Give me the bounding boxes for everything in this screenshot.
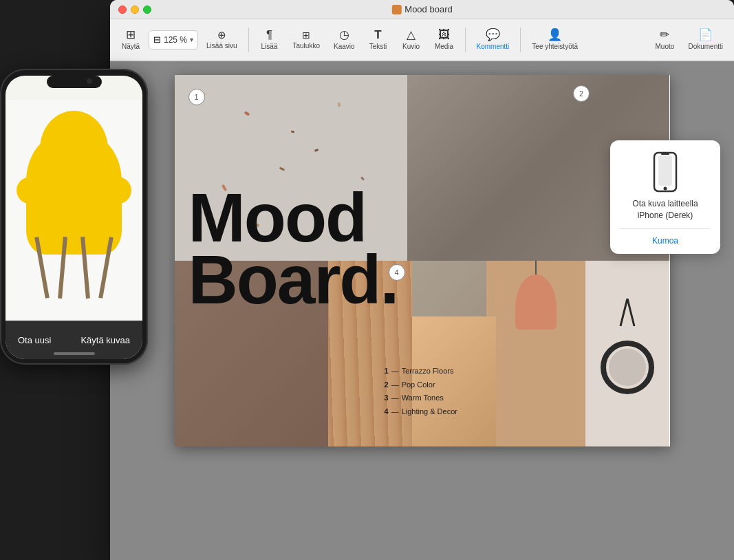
teksti-button[interactable]: T Teksti xyxy=(363,26,393,53)
legend-item-2: 2 — Pop Color xyxy=(385,378,457,392)
iphone-device: Ota uusi Käytä kuvaa xyxy=(0,69,158,543)
iphone-popup: Ota kuva laitteella iPhone (Derek) Kumoa xyxy=(610,140,720,254)
slide-canvas: Mood Board. xyxy=(175,75,670,446)
mood-board-text: Mood Board. xyxy=(175,186,497,310)
muoto-icon: ✏ xyxy=(660,29,669,41)
toolbar-divider-3 xyxy=(520,28,521,52)
iphone-home-indicator xyxy=(54,352,95,355)
traffic-lights xyxy=(118,6,151,14)
close-button[interactable] xyxy=(118,6,127,14)
minimize-button[interactable] xyxy=(131,6,139,14)
kuvio-icon: △ xyxy=(407,29,415,41)
legend-item-4: 4 — Lighting & Decor xyxy=(385,405,457,419)
kommentti-icon: 💬 xyxy=(486,29,500,41)
tee-yhteistyota-button[interactable]: 👤 Tee yhteistyötä xyxy=(526,26,583,53)
popup-message: Ota kuva laitteella iPhone (Derek) xyxy=(620,198,711,222)
svg-line-1 xyxy=(627,299,634,326)
kuvio-button[interactable]: △ Kuvio xyxy=(396,26,427,53)
dokumentti-icon: 📄 xyxy=(698,29,713,41)
lisaa-icon: ¶ xyxy=(266,29,272,41)
nayta-icon: ⊞ xyxy=(126,29,136,41)
kommentti-button[interactable]: 💬 Kommentti xyxy=(471,26,515,53)
svg-point-3 xyxy=(609,349,646,386)
zoom-group[interactable]: ⊟ 125 % ▾ xyxy=(149,30,198,50)
nayta-button[interactable]: ⊞ Näytä xyxy=(116,26,146,53)
taulukko-button[interactable]: ⊞ Taulukko xyxy=(288,28,325,52)
svg-rect-7 xyxy=(661,153,669,155)
legend-item-3: 3 — Warm Tones xyxy=(385,391,457,405)
iphone-notch xyxy=(47,76,102,88)
zoom-icon: ⊟ xyxy=(153,34,161,45)
lamp-image xyxy=(486,261,585,446)
svg-line-0 xyxy=(620,299,627,326)
chair-illustration xyxy=(6,100,142,321)
toolbar: ⊞ Näytä ⊟ 125 % ▾ ⊕ Lisää sivu ¶ Lisää ⊞… xyxy=(110,19,734,61)
svg-rect-5 xyxy=(658,155,672,186)
kayta-kuvaa-button[interactable]: Käytä kuvaa xyxy=(80,335,130,345)
app-window: Mood board ⊞ Näytä ⊟ 125 % ▾ ⊕ Lisää siv… xyxy=(110,0,734,560)
iphone-photo-area xyxy=(6,100,142,321)
iphone-camera xyxy=(87,78,92,84)
mirror-image xyxy=(585,261,669,446)
teksti-icon: T xyxy=(374,29,381,41)
popup-iphone-icon xyxy=(653,151,678,193)
toolbar-divider-2 xyxy=(465,28,466,52)
mirror-svg xyxy=(600,299,655,409)
iphone-body: Ota uusi Käytä kuvaa xyxy=(0,69,148,365)
muoto-button[interactable]: ✏ Muoto xyxy=(649,26,680,53)
slide-badge-2: 2 xyxy=(573,85,590,102)
media-icon: 🖼 xyxy=(438,29,450,41)
tee-yhteistyota-icon: 👤 xyxy=(548,29,562,41)
zoom-chevron-icon: ▾ xyxy=(190,36,193,43)
media-button[interactable]: 🖼 Media xyxy=(429,26,460,53)
slide-badge-4: 4 xyxy=(389,264,405,281)
kumoa-button[interactable]: Kumoa xyxy=(652,236,678,246)
maximize-button[interactable] xyxy=(143,6,151,14)
popup-divider xyxy=(620,228,711,229)
iphone-screen: Ota uusi Käytä kuvaa xyxy=(6,76,142,359)
ota-uusi-button[interactable]: Ota uusi xyxy=(18,335,51,345)
legend-item-1: 1 — Terrazzo Floors xyxy=(385,365,457,378)
pages-icon xyxy=(391,5,401,14)
toolbar-divider-1 xyxy=(248,28,249,52)
slide-badge-1: 1 xyxy=(188,89,205,105)
lisaa-sivu-button[interactable]: ⊕ Lisää sivu xyxy=(201,27,242,52)
window-title: Mood board xyxy=(391,4,452,14)
lisaa-button[interactable]: ¶ Lisää xyxy=(255,26,285,53)
dokumentti-button[interactable]: 📄 Dokumentti xyxy=(682,26,728,53)
kaavio-icon: ◷ xyxy=(339,29,349,41)
canvas-area: Mood Board. xyxy=(110,61,734,560)
legend: 1 — Terrazzo Floors 2 — Pop Color 3 — Wa… xyxy=(385,365,457,419)
title-bar: Mood board xyxy=(110,0,734,19)
kaavio-button[interactable]: ◷ Kaavio xyxy=(328,26,360,53)
lisaa-sivu-icon: ⊕ xyxy=(217,30,226,40)
taulukko-icon: ⊞ xyxy=(302,30,310,40)
svg-point-6 xyxy=(664,187,667,191)
